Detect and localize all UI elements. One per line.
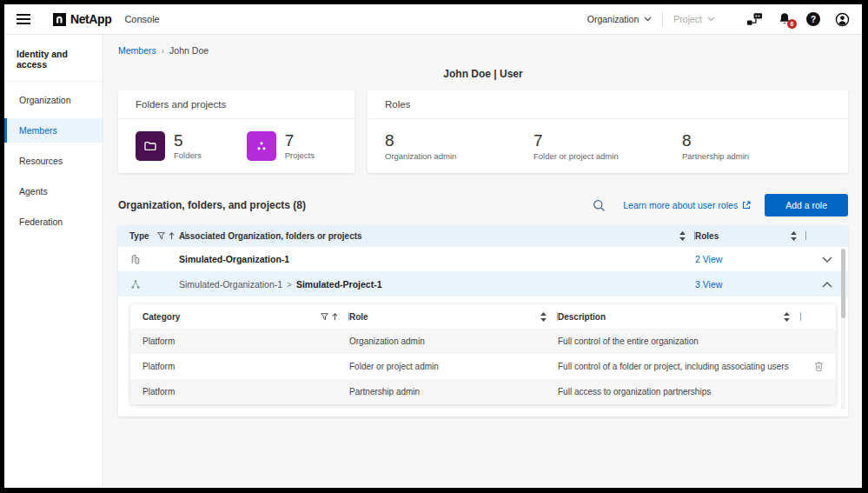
projects-count: 7 — [285, 132, 315, 149]
notification-badge: 6 — [787, 19, 797, 29]
col-associated-label: Associated Organization, folders or proj… — [179, 231, 362, 241]
sort-asc-icon[interactable] — [332, 313, 338, 321]
scrollbar-thumb[interactable] — [841, 249, 845, 318]
role-category: Platform — [142, 387, 175, 396]
sort-icon[interactable] — [679, 231, 686, 241]
app-window: NetApp Console Organization Project — [4, 4, 862, 488]
table-scrollbar[interactable] — [841, 249, 845, 410]
help-icon[interactable] — [806, 12, 820, 26]
topbar-icon-group: 6 — [746, 12, 850, 27]
project-selector-label: Project — [673, 14, 702, 24]
breadcrumb: Members › John Doe — [118, 45, 848, 56]
external-link-icon — [742, 201, 751, 210]
sidebar-item-members[interactable]: Members — [4, 118, 103, 143]
nested-row-folder-project-admin[interactable]: Platform Folder or project admin Full co… — [130, 354, 836, 379]
folders-label: Folders — [174, 150, 202, 160]
view-roles-link[interactable]: 2 View — [695, 254, 722, 264]
partnership-admin-label: Partnership admin — [682, 151, 831, 161]
hamburger-menu-icon[interactable] — [17, 14, 30, 24]
nested-table-header: Category Role — [130, 304, 836, 329]
project-path-prefix: Simulated-Organization-1 — [179, 279, 282, 290]
section-title: Organization, folders, and projects (8) — [118, 199, 593, 211]
add-role-button[interactable]: Add a role — [765, 194, 848, 217]
organization-icon — [129, 253, 142, 265]
folder-project-admin-stat: 7 Folder or project admin — [533, 132, 682, 161]
project-icon — [129, 278, 142, 290]
path-separator: > — [287, 280, 292, 290]
sidebar-item-agents[interactable]: Agents — [4, 179, 103, 203]
table-row-project[interactable]: Simulated-Organization-1 > Simulated-Pro… — [118, 271, 848, 296]
view-roles-link[interactable]: 3 View — [695, 279, 722, 290]
projects-icon — [247, 131, 276, 161]
col-type-label: Type — [129, 231, 149, 241]
expanded-roles-panel: Category Role — [118, 296, 848, 416]
nested-roles-table: Category Role — [130, 304, 836, 404]
notifications-bell-icon[interactable]: 6 — [778, 12, 792, 26]
role-description: Full control of a folder or project, inc… — [558, 362, 789, 371]
partnership-admin-stat: 8 Partnership admin — [682, 132, 831, 161]
roles-card-title: Roles — [368, 90, 848, 119]
projects-stat: 7 Projects — [247, 131, 315, 161]
table-toolbar: Organization, folders, and projects (8) … — [118, 194, 848, 217]
organization-selector-label: Organization — [587, 14, 639, 24]
folders-stat: 5 Folders — [136, 131, 202, 161]
role-name: Partnership admin — [349, 387, 420, 396]
filter-icon[interactable] — [157, 232, 165, 240]
breadcrumb-separator: › — [162, 46, 164, 56]
app-name: Console — [124, 14, 159, 24]
role-category: Platform — [142, 362, 175, 371]
role-category: Platform — [142, 336, 175, 346]
organization-selector[interactable]: Organization — [580, 14, 659, 24]
col-role-label: Role — [349, 312, 368, 322]
filter-icon[interactable] — [321, 313, 328, 321]
project-selector[interactable]: Project — [666, 14, 722, 24]
breadcrumb-current: John Doe — [169, 45, 209, 56]
sidebar-item-resources[interactable]: Resources — [4, 149, 103, 173]
search-icon[interactable] — [593, 199, 606, 212]
main-content: Members › John Doe John Doe | User Folde… — [103, 35, 862, 487]
organization-admin-stat: 8 Organization admin — [385, 132, 533, 161]
sidebar-item-organization[interactable]: Organization — [4, 88, 103, 112]
table-row-organization[interactable]: Simulated-Organization-1 2 View — [118, 246, 848, 271]
breadcrumb-members-link[interactable]: Members — [118, 45, 156, 56]
nested-row-organization-admin[interactable]: Platform Organization admin Full control… — [130, 329, 836, 354]
connector-icon[interactable] — [746, 12, 763, 26]
sort-icon[interactable] — [540, 312, 547, 322]
brand-name: NetApp — [70, 12, 111, 26]
folder-icon — [136, 131, 165, 161]
chevron-down-icon — [707, 17, 715, 22]
role-description: Full access to organization partnerships — [558, 387, 711, 396]
delete-role-icon[interactable] — [814, 361, 824, 372]
chevron-down-icon — [644, 17, 652, 22]
folder-project-admin-label: Folder or project admin — [533, 151, 682, 161]
project-name: Simulated-Project-1 — [296, 279, 382, 290]
sidebar: Identity and access Organization Members… — [4, 35, 103, 487]
role-name: Organization admin — [349, 336, 425, 346]
expand-chevron-down-icon[interactable] — [822, 256, 832, 263]
nested-row-partnership-admin[interactable]: Platform Partnership admin Full access t… — [130, 379, 836, 404]
topbar-right: Organization Project — [580, 12, 850, 27]
col-roles-label: Roles — [695, 231, 719, 241]
col-description-label: Description — [558, 312, 606, 322]
sort-icon[interactable] — [791, 231, 797, 241]
folders-count: 5 — [174, 132, 202, 149]
summary-cards: Folders and projects 5 Folders — [118, 90, 848, 173]
folders-projects-card-title: Folders and projects — [118, 90, 354, 119]
roles-table-header: Type Associated Organization, folders or… — [118, 225, 848, 246]
topbar: NetApp Console Organization Project — [4, 4, 862, 35]
page-title: John Doe | User — [118, 68, 848, 80]
col-category-label: Category — [142, 312, 180, 322]
roles-card: Roles 8 Organization admin 7 Folder or p… — [368, 90, 848, 173]
role-description: Full control of the entire organization — [558, 336, 699, 346]
learn-more-label: Learn more about user roles — [623, 200, 738, 210]
folder-project-admin-count: 7 — [533, 132, 682, 149]
netapp-brand: NetApp — [53, 12, 111, 26]
sort-asc-icon[interactable] — [169, 232, 175, 240]
organization-name: Simulated-Organization-1 — [179, 254, 289, 264]
netapp-logo-icon — [53, 13, 66, 26]
sort-icon[interactable] — [784, 312, 790, 322]
learn-more-link[interactable]: Learn more about user roles — [623, 200, 751, 210]
sidebar-item-federation[interactable]: Federation — [4, 210, 103, 234]
user-avatar-icon[interactable] — [835, 12, 850, 27]
collapse-chevron-up-icon[interactable] — [822, 282, 832, 288]
